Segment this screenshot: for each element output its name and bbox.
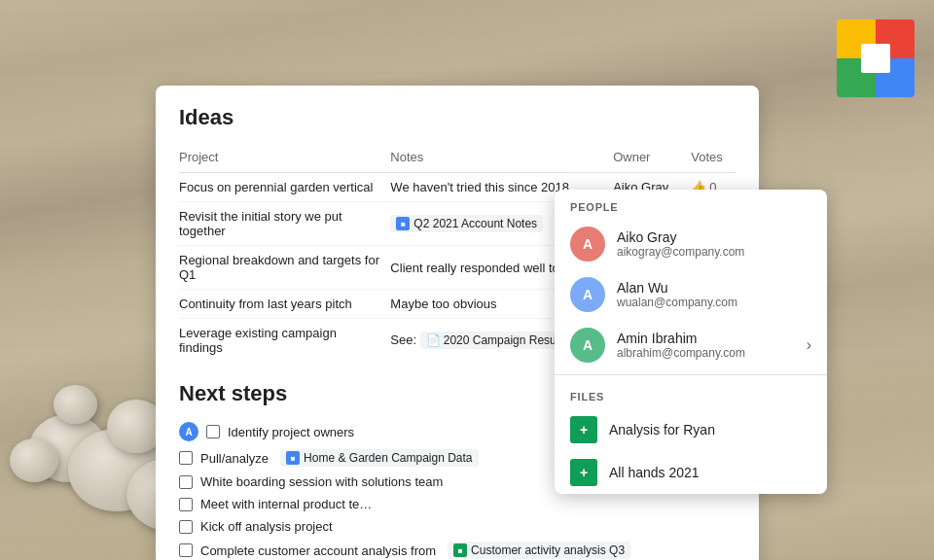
avatar-alan: A [570, 277, 605, 312]
checklist-text: Identify project owners [228, 425, 354, 439]
list-item: Complete customer account analysis from … [179, 538, 736, 560]
person-item-aiko[interactable]: A Aiko Gray aikogray@company.com [555, 219, 827, 269]
sheets-file-icon: + [570, 459, 597, 486]
files-section-label: FILES [555, 379, 827, 408]
checklist-text: White boarding session with solutions te… [200, 474, 443, 489]
file-item-allhands[interactable]: + All hands 2021 [555, 451, 827, 494]
doc-icon: ■ [396, 217, 410, 230]
checkbox[interactable] [179, 520, 193, 534]
notes-chip-doc[interactable]: ■ Q2 2021 Account Notes [390, 215, 543, 232]
list-item: Kick off analysis project [179, 515, 736, 538]
col-header-notes: Notes [390, 146, 613, 173]
person-item-amin[interactable]: A Amin Ibrahim albrahim@company.com › [555, 320, 827, 370]
avatar: A [179, 422, 198, 441]
stone-decoration [54, 385, 97, 424]
google-logo [837, 19, 915, 97]
ideas-title: Ideas [179, 105, 736, 130]
col-header-project: Project [179, 146, 390, 173]
row-project: Focus on perennial garden vertical [179, 173, 390, 202]
person-info: Alan Wu wualan@company.com [617, 280, 811, 309]
col-header-votes: Votes [691, 146, 736, 173]
notes-chip-sheets[interactable]: ■ Customer activity analysis Q3 [448, 542, 630, 559]
sheets-icon: ■ [453, 543, 467, 557]
doc-icon: ■ [286, 451, 300, 465]
checklist-text: Meet with internal product team to under… [200, 497, 376, 511]
stone-decoration [10, 438, 58, 482]
person-info: Amin Ibrahim albrahim@company.com [617, 331, 795, 360]
person-email: aikogray@company.com [617, 245, 811, 259]
checkbox[interactable] [179, 498, 193, 511]
section-divider [555, 374, 827, 375]
checkbox[interactable] [179, 475, 193, 489]
person-name: Aiko Gray [617, 229, 811, 245]
file-name: Analysis for Ryan [609, 422, 715, 438]
person-info: Aiko Gray aikogray@company.com [617, 229, 811, 259]
checklist-text: Complete customer account analysis from [200, 543, 436, 558]
person-name: Amin Ibrahim [617, 331, 795, 346]
chevron-icon: › [807, 336, 811, 354]
person-name: Alan Wu [617, 280, 811, 296]
row-project: Continuity from last years pitch [179, 290, 390, 319]
notes-chip-yellow[interactable]: 📄 2020 Campaign Results [420, 332, 574, 349]
checkbox[interactable] [179, 543, 193, 557]
checkbox[interactable] [206, 425, 220, 438]
checklist-text: Pull/analyze [200, 451, 269, 466]
avatar-aiko: A [570, 227, 605, 262]
list-item: Meet with internal product team to under… [179, 493, 736, 515]
file-item-analysis[interactable]: + Analysis for Ryan [555, 408, 827, 451]
row-project: Regional breakdown and targets for Q1 [179, 246, 390, 290]
person-item-alan[interactable]: A Alan Wu wualan@company.com [555, 269, 827, 320]
checklist-text: Kick off analysis project [200, 519, 333, 534]
notes-chip-doc[interactable]: ■ Home & Garden Campaign Data [280, 449, 478, 467]
person-email: wualan@company.com [617, 296, 811, 309]
row-project: Leverage existing campaign findings [179, 319, 390, 363]
people-section-label: PEOPLE [555, 190, 827, 219]
row-project: Revisit the initial story we put togethe… [179, 202, 390, 246]
avatar-amin: A [570, 328, 605, 363]
sheets-file-icon: + [570, 416, 597, 443]
checkbox[interactable] [179, 451, 193, 465]
person-email: albrahim@company.com [617, 346, 795, 360]
folder-icon: 📄 [426, 333, 440, 347]
autocomplete-panel: PEOPLE A Aiko Gray aikogray@company.com … [555, 190, 827, 494]
col-header-owner: Owner [613, 146, 691, 173]
logo-center [861, 44, 890, 73]
file-name: All hands 2021 [609, 465, 700, 480]
